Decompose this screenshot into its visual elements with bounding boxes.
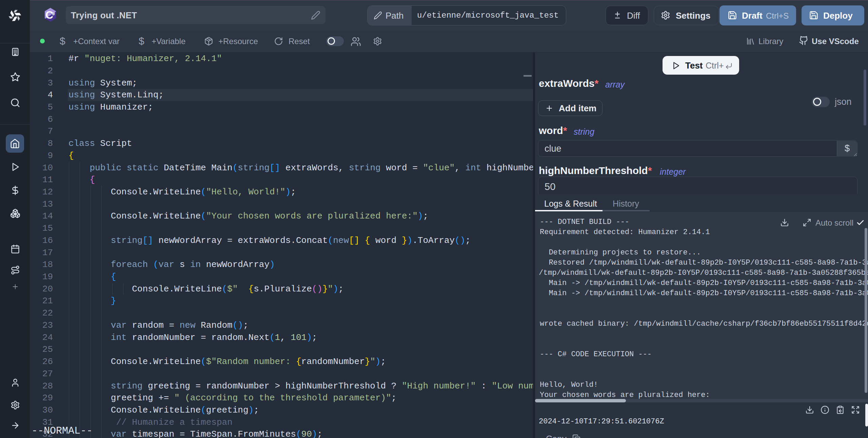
svg-text:#: #: [52, 11, 55, 17]
